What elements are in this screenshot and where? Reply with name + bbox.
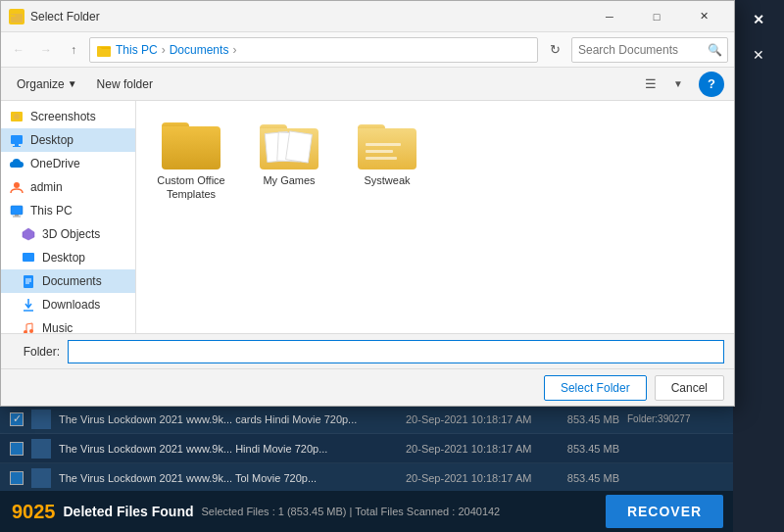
bottom-bar: 9025 Deleted Files Found Selected Files …	[0, 491, 735, 532]
file-row: The Virus Lockdown 2021 www.9k... Tol Mo…	[0, 463, 735, 493]
help-button[interactable]: ?	[699, 72, 724, 97]
music-icon	[21, 320, 36, 333]
right-panel: ✕ ✕	[733, 0, 784, 532]
sidebar-item-downloads[interactable]: Downloads	[1, 293, 135, 316]
select-folder-dialog: Select Folder ─ □ ✕ ← → ↑ This PC › Docu…	[0, 0, 735, 407]
close-button[interactable]: ✕	[681, 1, 726, 32]
desktop-icon	[9, 132, 24, 148]
file-size: 853.45 MB	[541, 413, 619, 425]
sidebar-item-thispc[interactable]: This PC	[1, 199, 135, 222]
deleted-text: Deleted Files Found	[64, 504, 194, 519]
search-input[interactable]	[571, 37, 728, 63]
view-controls: ☰ ▼	[638, 72, 691, 97]
maximize-button[interactable]: □	[634, 1, 679, 32]
svg-rect-7	[13, 146, 21, 147]
sidebar-item-music[interactable]: Music	[1, 316, 135, 333]
select-folder-button[interactable]: Select Folder	[544, 375, 647, 401]
file-row: The Virus Lockdown 2021 www.9k... Hindi …	[0, 434, 735, 463]
new-folder-button[interactable]: New folder	[91, 74, 159, 94]
sidebar-item-desktop1[interactable]: Desktop	[1, 128, 135, 152]
svg-rect-9	[11, 206, 23, 215]
dialog-title: Select Folder	[30, 10, 587, 24]
downloads-icon	[21, 297, 36, 313]
deleted-count: 9025	[12, 501, 56, 523]
address-bar: ← → ↑ This PC › Documents › ↻ 🔍	[1, 32, 734, 68]
file-row: ✓ The Virus Lockdown 2021 www.9k... card…	[0, 405, 735, 434]
file-stats: Selected Files : 1 (853.45 MB) | Total F…	[202, 506, 598, 517]
minimize-button[interactable]: ─	[587, 1, 632, 32]
svg-rect-5	[11, 135, 23, 144]
folder-info: Folder:390277	[627, 413, 725, 424]
right-panel-minimize[interactable]: ✕	[739, 39, 778, 71]
breadcrumb[interactable]: This PC › Documents ›	[89, 37, 538, 63]
sidebar-item-screenshots[interactable]: Screenshots	[1, 105, 135, 128]
sidebar-label-desktop1: Desktop	[30, 133, 74, 147]
refresh-button[interactable]: ↻	[542, 37, 567, 63]
folder-icon-papers	[260, 121, 318, 169]
toolbar: Organize ▼ New folder ☰ ▼ ?	[1, 68, 734, 101]
right-panel-close[interactable]: ✕	[739, 4, 778, 35]
recover-button[interactable]: RECOVER	[606, 495, 723, 528]
window-controls: ─ □ ✕	[587, 1, 726, 32]
folder-label: My Games	[263, 173, 315, 187]
sidebar-item-documents[interactable]: Documents	[1, 269, 135, 293]
breadcrumb-sep2: ›	[232, 43, 236, 57]
svg-point-20	[29, 329, 33, 333]
svg-marker-12	[23, 228, 34, 240]
svg-point-8	[14, 182, 20, 188]
svg-rect-13	[23, 253, 34, 262]
back-button[interactable]: ←	[7, 38, 30, 62]
cancel-button[interactable]: Cancel	[655, 375, 724, 401]
onedrive-icon	[9, 156, 24, 171]
sidebar-item-onedrive[interactable]: OneDrive	[1, 152, 135, 175]
file-checkbox[interactable]: ✓	[10, 412, 24, 426]
forward-button[interactable]: →	[34, 38, 58, 62]
sidebar-label-desktop2: Desktop	[42, 251, 85, 265]
search-icon: 🔍	[708, 43, 722, 57]
svg-rect-6	[15, 144, 19, 146]
svg-point-4	[14, 114, 20, 120]
organize-label: Organize	[17, 77, 65, 91]
documents-icon	[21, 273, 36, 289]
file-area: Custom Office Templates My Games	[136, 101, 734, 333]
sidebar-item-3dobjects[interactable]: 3D Objects	[1, 222, 135, 246]
svg-rect-10	[15, 215, 19, 217]
search-wrapper: 🔍	[571, 37, 728, 63]
sidebar-item-admin[interactable]: admin	[1, 175, 135, 199]
dialog-buttons: Select Folder Cancel	[1, 368, 734, 406]
sidebar-item-desktop2[interactable]: Desktop	[1, 246, 135, 269]
folder-icon-lines	[358, 121, 416, 169]
screenshots-icon	[9, 109, 24, 124]
dialog-main: Screenshots Desktop OneDrive admin	[1, 101, 734, 333]
folder-my-games[interactable]: My Games	[250, 117, 328, 191]
navigation-sidebar: Screenshots Desktop OneDrive admin	[1, 101, 136, 333]
file-date: 20-Sep-2021 10:18:17 AM	[406, 472, 533, 484]
file-thumbnail	[31, 468, 51, 488]
user-icon	[9, 179, 24, 195]
file-size: 853.45 MB	[541, 472, 619, 484]
view-dropdown-button[interactable]: ▼	[665, 72, 691, 97]
sidebar-label-downloads: Downloads	[42, 298, 100, 312]
sidebar-label-thispc: This PC	[30, 204, 73, 218]
file-date: 20-Sep-2021 10:18:17 AM	[406, 443, 533, 455]
file-size: 853.45 MB	[541, 443, 619, 455]
folder-custom-office-templates[interactable]: Custom Office Templates	[152, 117, 230, 206]
view-list-button[interactable]: ☰	[638, 72, 663, 97]
file-name: The Virus Lockdown 2021 www.9k... cards …	[59, 413, 398, 425]
sidebar-label-documents: Documents	[42, 274, 102, 288]
sidebar-label-music: Music	[42, 321, 73, 333]
file-checkbox[interactable]	[10, 471, 24, 485]
file-checkbox[interactable]	[10, 442, 24, 456]
dialog-title-icon	[9, 9, 24, 24]
folder-input-bar: Folder:	[1, 333, 734, 368]
organize-button[interactable]: Organize ▼	[11, 74, 83, 94]
thispc-icon	[9, 203, 24, 218]
organize-chevron-icon: ▼	[68, 78, 77, 89]
folder-systweak[interactable]: Systweak	[348, 117, 426, 191]
desktop2-icon	[21, 250, 36, 266]
breadcrumb-documents[interactable]: Documents	[170, 43, 229, 57]
folder-path-input[interactable]	[68, 340, 724, 363]
up-button[interactable]: ↑	[62, 38, 85, 62]
file-date: 20-Sep-2021 10:18:17 AM	[406, 413, 533, 425]
breadcrumb-thispc[interactable]: This PC	[116, 43, 158, 57]
